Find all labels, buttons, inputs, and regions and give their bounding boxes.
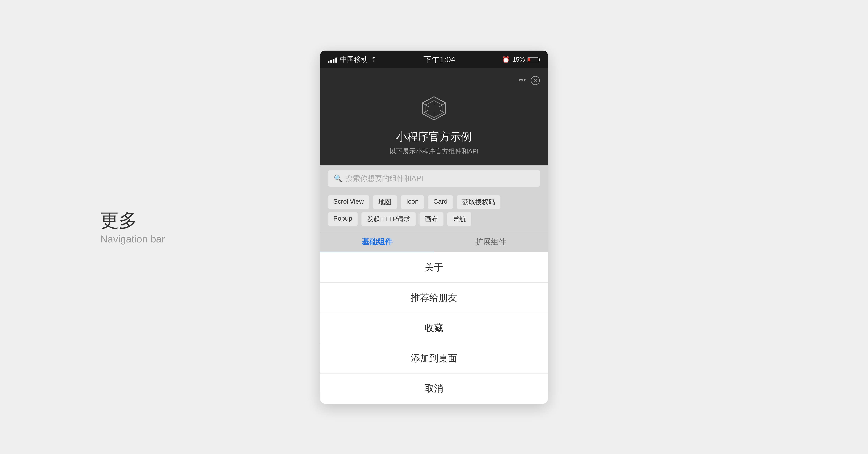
svg-line-6 (439, 103, 445, 107)
menu-item-add-desktop[interactable]: 添加到桌面 (320, 343, 548, 373)
app-title: 小程序官方示例 (396, 130, 472, 144)
menu-list: 关于 推荐给朋友 收藏 添加到桌面 取消 (320, 252, 548, 404)
carrier-name: 中国移动 (340, 55, 368, 64)
tag-scrollview[interactable]: ScrollView (328, 195, 369, 209)
signal-bar-4 (335, 58, 337, 63)
more-button[interactable]: ••• (519, 76, 526, 87)
app-subtitle: 以下展示小程序官方组件和API (390, 147, 479, 156)
search-placeholder: 搜索你想要的组件和API (345, 173, 423, 183)
tag-canvas[interactable]: 画布 (420, 212, 443, 226)
app-logo (418, 93, 450, 124)
tag-map[interactable]: 地图 (373, 195, 397, 209)
section-subtitle: Navigation bar (100, 233, 165, 245)
header-actions: ••• (328, 76, 540, 87)
phone-screen: 中国移动 ⇡ 下午1:04 ⏰ 15% (320, 51, 548, 404)
menu-item-about[interactable]: 关于 (320, 252, 548, 283)
menu-item-cancel[interactable]: 取消 (320, 373, 548, 404)
status-right: ⏰ 15% (502, 56, 540, 63)
tab-basic-components[interactable]: 基础组件 (320, 232, 434, 252)
left-label-section: 更多 Navigation bar (100, 209, 165, 245)
tags-row-2: Popup 发起HTTP请求 画布 导航 (328, 212, 540, 226)
page-container: 更多 Navigation bar 中国移动 ⇡ 下午1:04 (0, 0, 868, 454)
menu-item-recommend[interactable]: 推荐给朋友 (320, 283, 548, 313)
battery-percent: 15% (513, 56, 525, 63)
tag-card[interactable]: Card (428, 195, 453, 209)
battery-fill (528, 58, 530, 61)
tag-auth[interactable]: 获取授权码 (457, 195, 500, 209)
tag-nav[interactable]: 导航 (447, 212, 471, 226)
search-area: 🔍 搜索你想要的组件和API (320, 165, 548, 192)
status-bar: 中国移动 ⇡ 下午1:04 ⏰ 15% (320, 51, 548, 68)
tag-http[interactable]: 发起HTTP请求 (362, 212, 416, 226)
alarm-icon: ⏰ (502, 56, 510, 63)
search-icon: 🔍 (334, 174, 342, 182)
tags-row-1: ScrollView 地图 Icon Card 获取授权码 (328, 195, 540, 209)
bottom-tabs: 基础组件 扩展组件 (320, 232, 548, 252)
signal-bar-2 (331, 60, 332, 63)
tab-extended-components[interactable]: 扩展组件 (434, 232, 548, 252)
app-header: ••• (320, 68, 548, 165)
battery-icon (528, 57, 540, 62)
signal-bar-1 (328, 61, 330, 63)
menu-item-favorite[interactable]: 收藏 (320, 313, 548, 343)
close-button[interactable] (530, 76, 540, 87)
svg-line-9 (423, 110, 429, 114)
section-title: 更多 (100, 209, 165, 231)
battery-tip (539, 58, 540, 61)
phone-mockup: 中国移动 ⇡ 下午1:04 ⏰ 15% (318, 51, 550, 404)
svg-line-7 (439, 110, 445, 114)
tag-popup[interactable]: Popup (328, 212, 358, 226)
search-bar[interactable]: 🔍 搜索你想要的组件和API (328, 170, 540, 187)
tags-area: ScrollView 地图 Icon Card 获取授权码 Popup 发起HT… (320, 192, 548, 232)
status-left: 中国移动 ⇡ (328, 55, 377, 64)
battery-body (528, 57, 538, 62)
status-time: 下午1:04 (424, 54, 456, 65)
signal-bar-3 (333, 59, 335, 63)
tag-icon[interactable]: Icon (401, 195, 424, 209)
wifi-icon: ⇡ (371, 56, 377, 64)
signal-bars (328, 56, 337, 63)
svg-line-10 (423, 103, 429, 107)
